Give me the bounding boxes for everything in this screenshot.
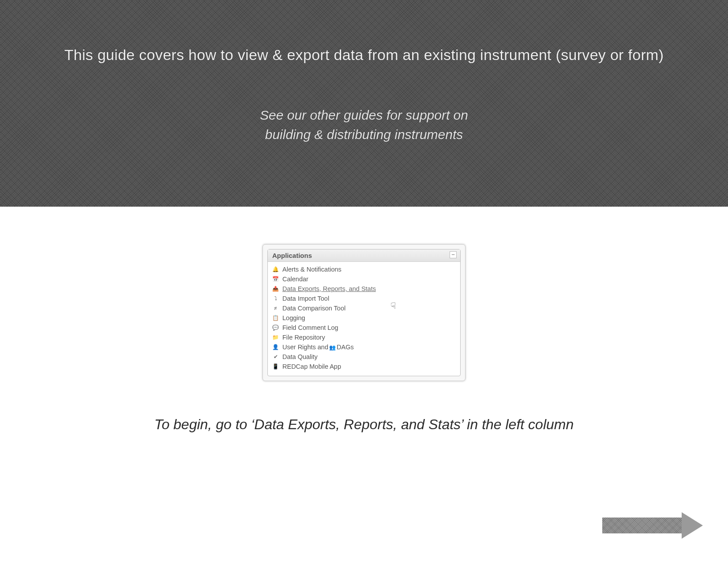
app-item-label: Data Import Tool xyxy=(282,295,329,302)
app-item-label-suffix: DAGs xyxy=(337,344,354,351)
app-item-data-import[interactable]: ⤵ Data Import Tool xyxy=(272,294,456,303)
app-item-data-exports[interactable]: 📤 Data Exports, Reports, and Stats xyxy=(272,284,456,294)
applications-panel-outer: Applications – 🔔 Alerts & Notifications … xyxy=(263,244,465,381)
instruction-caption: To begin, go to ‘Data Exports, Reports, … xyxy=(0,416,728,433)
arrow-head-icon xyxy=(682,512,703,539)
app-item-redcap-mobile[interactable]: 📱 REDCap Mobile App xyxy=(272,362,456,371)
app-item-label: Alerts & Notifications xyxy=(282,266,341,273)
next-arrow[interactable] xyxy=(602,512,704,539)
app-item-label: Data Quality xyxy=(282,353,318,360)
app-item-calendar[interactable]: 📅 Calendar xyxy=(272,274,456,284)
app-item-file-repository[interactable]: 📁 File Repository xyxy=(272,333,456,342)
mobile-icon: 📱 xyxy=(272,363,279,370)
applications-header: Applications – xyxy=(268,249,460,262)
folder-icon: 📁 xyxy=(272,334,279,341)
applications-list: 🔔 Alerts & Notifications 📅 Calendar 📤 Da… xyxy=(268,262,460,376)
banner-subtitle-line1: See our other guides for support on xyxy=(260,108,468,122)
app-item-label: Field Comment Log xyxy=(282,324,338,331)
app-item-label: File Repository xyxy=(282,334,325,341)
minimize-icon[interactable]: – xyxy=(450,251,457,258)
banner-subtitle-line2: building & distributing instruments xyxy=(265,127,463,142)
app-item-label: Data Exports, Reports, and Stats xyxy=(282,285,376,292)
app-item-logging[interactable]: 📋 Logging xyxy=(272,313,456,323)
compare-icon: ≠ xyxy=(272,305,279,312)
banner-subtitle: See our other guides for support on buil… xyxy=(0,106,728,144)
slide: This guide covers how to view & export d… xyxy=(0,0,728,563)
app-item-field-comment-log[interactable]: 💬 Field Comment Log xyxy=(272,323,456,333)
app-item-label: User Rights and 👥DAGs xyxy=(282,344,354,351)
app-item-label: Data Comparison Tool xyxy=(282,305,345,312)
app-item-label: Logging xyxy=(282,314,305,321)
quality-icon: ✔ xyxy=(272,354,279,360)
app-item-alerts[interactable]: 🔔 Alerts & Notifications xyxy=(272,264,456,274)
arrow-shaft xyxy=(602,518,682,533)
log-icon: 📋 xyxy=(272,315,279,321)
app-item-user-rights-dags[interactable]: 👤 User Rights and 👥DAGs xyxy=(272,342,456,352)
banner-title: This guide covers how to view & export d… xyxy=(33,46,695,64)
group-icon: 👥 xyxy=(329,344,336,351)
applications-screenshot: Applications – 🔔 Alerts & Notifications … xyxy=(263,244,465,381)
app-item-label: Calendar xyxy=(282,276,308,283)
app-item-label: REDCap Mobile App xyxy=(282,363,341,370)
comment-icon: 💬 xyxy=(272,325,279,331)
bell-icon: 🔔 xyxy=(272,266,279,273)
export-icon: 📤 xyxy=(272,286,279,292)
applications-header-label: Applications xyxy=(272,252,312,259)
user-icon: 👤 xyxy=(272,344,279,351)
app-item-label-prefix: User Rights and xyxy=(282,344,330,351)
calendar-icon: 📅 xyxy=(272,276,279,283)
banner: This guide covers how to view & export d… xyxy=(0,0,728,207)
applications-panel: Applications – 🔔 Alerts & Notifications … xyxy=(267,249,461,376)
app-item-data-comparison[interactable]: ≠ Data Comparison Tool xyxy=(272,303,456,313)
app-item-data-quality[interactable]: ✔ Data Quality xyxy=(272,352,456,362)
import-icon: ⤵ xyxy=(272,295,279,302)
